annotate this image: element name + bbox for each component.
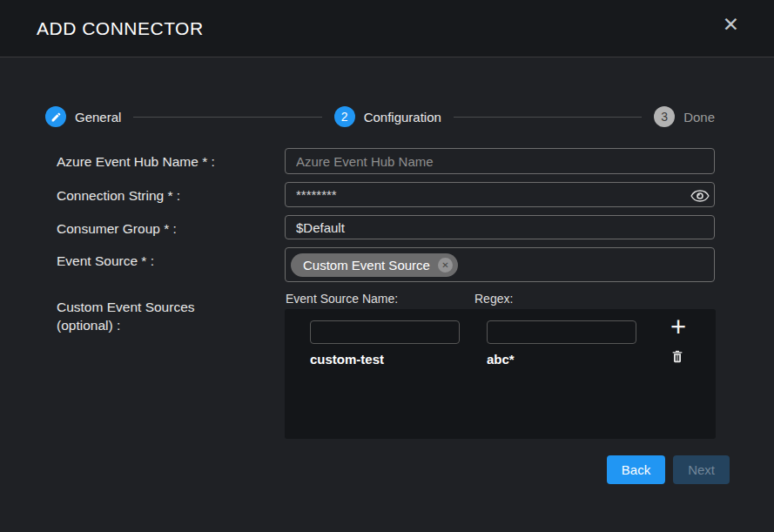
field-row-consumer-group: Consumer Group * : [57, 215, 715, 239]
stepper: General 2 Configuration 3 Done [45, 106, 715, 127]
field-row-custom-event-sources: Custom Event Sources (optional) : Event … [57, 293, 715, 439]
step-configuration[interactable]: 2 Configuration [334, 106, 441, 127]
close-icon[interactable]: ✕ [723, 15, 739, 35]
regex-column-header: Regex: [474, 293, 513, 305]
connection-string-label: Connection String * : [57, 182, 285, 207]
dialog-header: ADD CONNECTOR ✕ [0, 0, 774, 57]
field-row-connection-string: Connection String * : [57, 182, 715, 207]
event-source-name-column-header: Event Source Name: [285, 293, 474, 305]
azure-event-hub-name-label: Azure Event Hub Name * : [57, 148, 285, 174]
custom-sources-column-headers: Event Source Name: Regex: [285, 293, 716, 305]
delete-custom-source-icon[interactable] [670, 349, 684, 367]
step-configuration-label: Configuration [364, 110, 441, 125]
stepper-connector [454, 117, 642, 118]
step-done[interactable]: 3 Done [654, 106, 715, 127]
consumer-group-input[interactable] [285, 215, 715, 239]
connection-string-input[interactable] [285, 182, 715, 207]
step-done-label: Done [683, 110, 715, 125]
consumer-group-label: Consumer Group * : [57, 215, 285, 239]
new-event-source-name-input[interactable] [310, 320, 460, 344]
custom-source-name-value: custom-test [310, 352, 487, 367]
next-button[interactable]: Next [673, 455, 730, 484]
connector-form: Azure Event Hub Name * : Connection Stri… [57, 148, 715, 439]
dialog-footer: Back Next [0, 455, 730, 484]
stepper-connector [133, 117, 321, 118]
custom-source-regex-value: abc* [487, 352, 515, 367]
step-2-circle: 2 [334, 106, 355, 127]
dialog-title: ADD CONNECTOR [37, 18, 204, 39]
event-source-chip-label: Custom Event Source [303, 258, 430, 273]
back-button[interactable]: Back [607, 455, 665, 484]
step-general-label: General [75, 110, 121, 125]
eye-icon[interactable] [690, 189, 710, 206]
event-source-chip: Custom Event Source ✕ [291, 253, 458, 277]
step-general[interactable]: General [45, 106, 121, 127]
azure-event-hub-name-input[interactable] [285, 148, 715, 174]
custom-source-row: custom-test abc* [310, 352, 716, 367]
custom-sources-panel: + custom-test abc* [285, 309, 716, 439]
add-custom-source-icon[interactable]: + [670, 313, 686, 340]
custom-event-sources-label: Custom Event Sources (optional) : [57, 293, 285, 439]
new-regex-input[interactable] [487, 320, 636, 344]
chip-remove-icon[interactable]: ✕ [438, 258, 453, 273]
event-source-label: Event Source * : [57, 247, 285, 282]
event-source-input[interactable]: Custom Event Source ✕ [285, 247, 715, 282]
field-row-event-source: Event Source * : Custom Event Source ✕ [57, 247, 715, 282]
field-row-azure-event-hub-name: Azure Event Hub Name * : [57, 148, 715, 174]
edit-pencil-icon [45, 106, 66, 127]
step-3-circle: 3 [654, 106, 675, 127]
